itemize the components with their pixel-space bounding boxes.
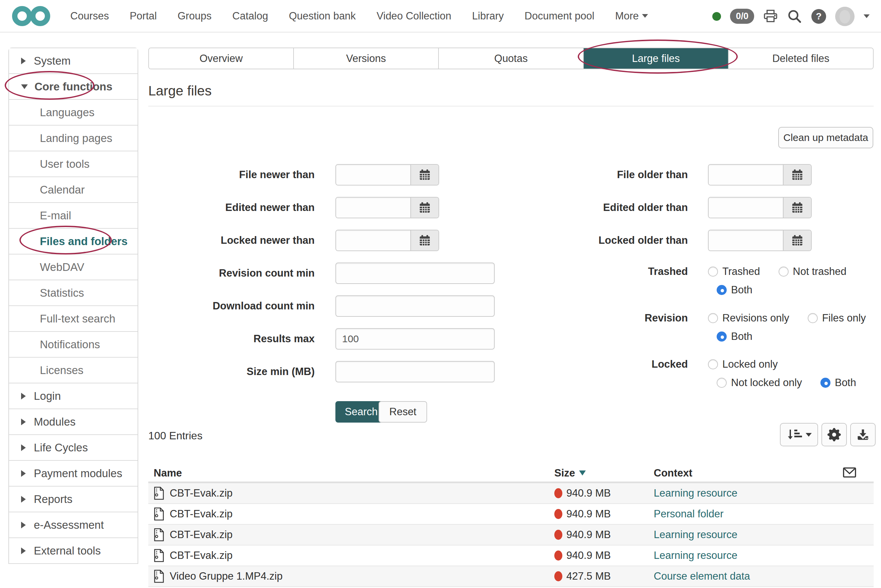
tab-overview[interactable]: Overview xyxy=(149,48,294,69)
table-row[interactable]: CBT-Evak.zip 940.9 MB Learning resource xyxy=(148,483,874,504)
clean-up-metadata-button[interactable]: Clean up metadata xyxy=(778,127,873,148)
nav-item-catalog[interactable]: Catalog xyxy=(232,10,268,22)
edited-newer-than-input[interactable] xyxy=(336,198,411,218)
edited-older-than-label: Edited older than xyxy=(521,197,688,218)
context-link[interactable]: Learning resource xyxy=(654,529,874,541)
nav-item-courses[interactable]: Courses xyxy=(70,10,109,22)
sidebar-item-core-functions[interactable]: Core functions xyxy=(9,74,138,100)
nav-item-groups[interactable]: Groups xyxy=(177,10,211,22)
user-menu-chevron-icon[interactable] xyxy=(864,14,870,18)
openolat-logo-icon[interactable] xyxy=(10,5,53,27)
table-row[interactable]: Video Gruppe 1.MP4.zip 427.5 MB Course e… xyxy=(148,566,874,587)
table-row[interactable]: CBT-Evak.zip 940.9 MB Learning resource xyxy=(148,546,874,566)
table-row[interactable]: CBT-Evak.zip 940.9 MB Learning resource xyxy=(148,525,874,546)
nav-item-portal[interactable]: Portal xyxy=(130,10,157,22)
results-max-input[interactable] xyxy=(336,328,495,350)
column-header-name[interactable]: Name xyxy=(154,467,554,479)
radio-icon[interactable] xyxy=(708,313,718,323)
calendar-icon[interactable] xyxy=(411,165,439,185)
context-link[interactable]: Personal folder xyxy=(654,508,874,520)
radio-revisions-only[interactable]: Revisions only xyxy=(708,312,789,324)
file-name: CBT-Evak.zip xyxy=(170,508,233,520)
edited-older-than-input[interactable] xyxy=(709,198,783,218)
context-link[interactable]: Learning resource xyxy=(654,487,874,499)
calendar-icon[interactable] xyxy=(411,230,439,250)
chat-counter-badge[interactable]: 0/0 xyxy=(730,9,754,24)
sidebar-item-e-assessment[interactable]: e-Assessment xyxy=(9,512,138,538)
nav-item-document-pool[interactable]: Document pool xyxy=(524,10,595,22)
print-icon[interactable] xyxy=(763,9,778,24)
sidebar-item-licenses[interactable]: Licenses xyxy=(9,358,138,383)
column-header-context[interactable]: Context xyxy=(654,467,874,479)
context-link[interactable]: Learning resource xyxy=(654,549,874,561)
sidebar-item-reports[interactable]: Reports xyxy=(9,486,138,512)
tab-quotas[interactable]: Quotas xyxy=(439,48,584,69)
sidebar-item-statistics[interactable]: Statistics xyxy=(9,280,138,306)
sidebar-item-languages[interactable]: Languages xyxy=(9,100,138,126)
radio-icon[interactable] xyxy=(717,378,727,388)
radio-not-locked-only[interactable]: Not locked only xyxy=(717,377,802,389)
sidebar-item-email[interactable]: E-mail xyxy=(9,203,138,229)
nav-item-video-collection[interactable]: Video Collection xyxy=(376,10,451,22)
radio-locked-both[interactable]: Both xyxy=(820,377,856,389)
locked-older-than-input[interactable] xyxy=(709,230,783,250)
file-older-than-input[interactable] xyxy=(709,165,783,185)
tab-versions[interactable]: Versions xyxy=(294,48,439,69)
sidebar-item-system[interactable]: System xyxy=(9,48,138,74)
sort-desc-icon[interactable] xyxy=(579,471,586,476)
sidebar-item-external-tools[interactable]: External tools xyxy=(9,538,138,564)
reset-button[interactable]: Reset xyxy=(379,401,427,423)
size-alert-dot xyxy=(554,550,562,561)
file-newer-than-input[interactable] xyxy=(336,165,411,185)
radio-icon[interactable] xyxy=(708,359,718,369)
sidebar-item-full-text-search[interactable]: Full-text search xyxy=(9,306,138,332)
search-icon[interactable] xyxy=(787,9,802,24)
sidebar-item-notifications[interactable]: Notifications xyxy=(9,332,138,358)
radio-not-trashed[interactable]: Not trashed xyxy=(779,266,847,278)
radio-checked-icon[interactable] xyxy=(717,332,727,342)
sidebar-item-modules[interactable]: Modules xyxy=(9,409,138,435)
context-link[interactable]: Course element data xyxy=(654,570,874,582)
revision-count-min-input[interactable] xyxy=(336,262,495,284)
sidebar-item-payment-modules[interactable]: Payment modules xyxy=(9,461,138,486)
radio-icon[interactable] xyxy=(779,267,789,277)
calendar-icon[interactable] xyxy=(783,230,811,250)
sidebar-item-user-tools[interactable]: User tools xyxy=(9,152,138,177)
radio-trashed-both[interactable]: Both xyxy=(717,284,752,296)
calendar-icon[interactable] xyxy=(411,198,439,218)
sort-button[interactable] xyxy=(780,423,818,446)
radio-icon[interactable] xyxy=(808,313,818,323)
radio-checked-icon[interactable] xyxy=(820,378,830,388)
nav-item-question-bank[interactable]: Question bank xyxy=(289,10,356,22)
radio-checked-icon[interactable] xyxy=(717,285,727,295)
download-button[interactable] xyxy=(850,423,876,446)
radio-revision-both[interactable]: Both xyxy=(717,330,752,342)
size-min-input[interactable] xyxy=(336,361,495,382)
help-icon[interactable]: ? xyxy=(811,9,826,24)
sidebar-item-webdav[interactable]: WebDAV xyxy=(9,255,138,280)
sidebar-item-files-and-folders[interactable]: Files and folders xyxy=(9,229,138,255)
radio-trashed[interactable]: Trashed xyxy=(708,266,760,278)
user-avatar[interactable] xyxy=(835,7,854,26)
sidebar-item-calendar[interactable]: Calendar xyxy=(9,177,138,203)
radio-icon[interactable] xyxy=(708,267,718,277)
table-row[interactable]: CBT-Evak.zip 940.9 MB Personal folder xyxy=(148,504,874,525)
sidebar-item-label: Core functions xyxy=(34,80,112,93)
radio-files-only[interactable]: Files only xyxy=(808,312,866,324)
sidebar-item-life-cycles[interactable]: Life Cycles xyxy=(9,435,138,461)
radio-locked-only[interactable]: Locked only xyxy=(708,358,778,370)
download-count-min-input[interactable] xyxy=(336,296,495,317)
nav-item-library[interactable]: Library xyxy=(472,10,504,22)
tab-large-files[interactable]: Large files xyxy=(584,48,729,69)
column-header-size[interactable]: Size xyxy=(554,467,654,479)
calendar-icon[interactable] xyxy=(783,198,811,218)
sidebar-item-landing-pages[interactable]: Landing pages xyxy=(9,126,138,152)
locked-newer-than-input[interactable] xyxy=(336,230,411,250)
radio-label: Both xyxy=(731,284,752,296)
table-settings-button[interactable] xyxy=(821,423,847,446)
mail-icon[interactable] xyxy=(843,467,856,478)
nav-item-more[interactable]: More xyxy=(615,10,648,22)
tab-deleted-files[interactable]: Deleted files xyxy=(729,48,873,69)
calendar-icon[interactable] xyxy=(783,165,811,185)
sidebar-item-login[interactable]: Login xyxy=(9,383,138,409)
